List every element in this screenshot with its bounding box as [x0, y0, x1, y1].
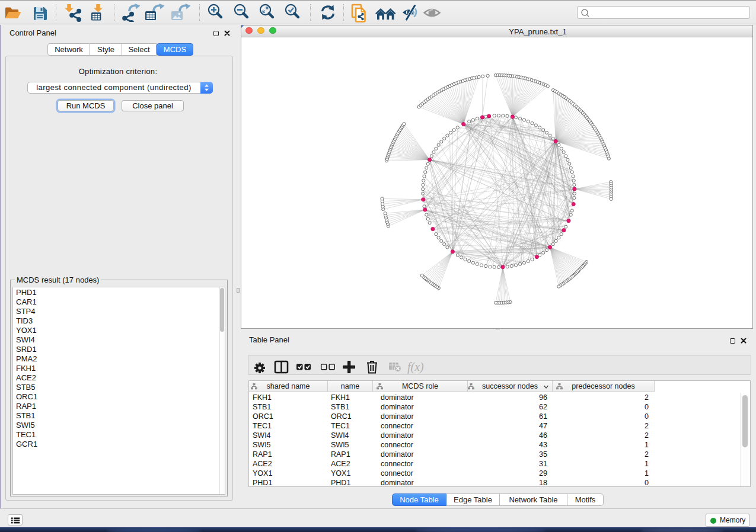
svg-text:f(x): f(x) [407, 360, 424, 374]
